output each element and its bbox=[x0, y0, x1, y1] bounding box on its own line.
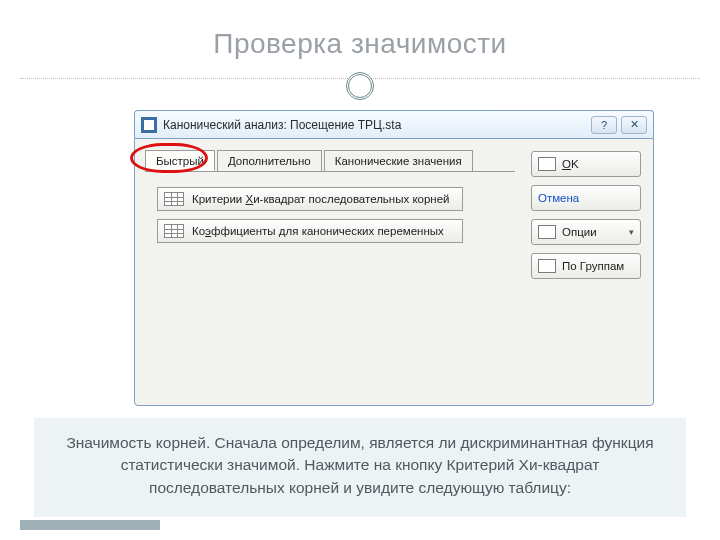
options-icon bbox=[538, 225, 556, 239]
caption-text: Значимость корней. Сначала определим, яв… bbox=[66, 434, 653, 496]
tab-advanced[interactable]: Дополнительно bbox=[217, 150, 322, 171]
app-icon bbox=[141, 117, 157, 133]
close-button[interactable]: ✕ bbox=[621, 116, 647, 134]
groups-icon bbox=[538, 259, 556, 273]
tab-strip: Быстрый Дополнительно Канонические значе… bbox=[145, 149, 475, 170]
tab-underline bbox=[145, 171, 515, 172]
summary-icon bbox=[538, 157, 556, 171]
tab-canonical-values[interactable]: Канонические значения bbox=[324, 150, 473, 171]
cancel-button[interactable]: Отмена bbox=[531, 185, 641, 211]
chi-label-suffix: и-квадрат последовательных корней bbox=[253, 193, 449, 205]
titlebar: Канонический анализ: Посещение ТРЦ.sta ?… bbox=[134, 110, 654, 138]
slide-title: Проверка значимости bbox=[0, 0, 720, 60]
decorative-ring bbox=[346, 72, 374, 100]
coef-label-suffix: ффициенты для канонических переменных bbox=[211, 225, 444, 237]
ok-button[interactable]: OK bbox=[531, 151, 641, 177]
chevron-down-icon: ▾ bbox=[629, 227, 634, 237]
help-button[interactable]: ? bbox=[591, 116, 617, 134]
grid-icon bbox=[164, 192, 184, 206]
chi-label-prefix: Критерии bbox=[192, 193, 246, 205]
grid-icon bbox=[164, 224, 184, 238]
by-groups-label: По Группам bbox=[562, 260, 624, 272]
ok-hotkey: O bbox=[562, 158, 571, 170]
right-button-column: OK Отмена Опции ▾ По Группам bbox=[531, 151, 641, 279]
tab-quick[interactable]: Быстрый bbox=[145, 150, 215, 171]
ok-suffix: K bbox=[571, 158, 579, 170]
window-title: Канонический анализ: Посещение ТРЦ.sta bbox=[163, 118, 401, 132]
caption-box: Значимость корней. Сначала определим, яв… bbox=[34, 418, 686, 517]
footer-accent-bar bbox=[20, 520, 160, 530]
cancel-label: Отмена bbox=[538, 192, 579, 204]
options-button[interactable]: Опции ▾ bbox=[531, 219, 641, 245]
coef-label-prefix: Ко bbox=[192, 225, 205, 237]
options-label: Опции bbox=[562, 226, 597, 238]
dialog-body: Быстрый Дополнительно Канонические значе… bbox=[134, 138, 654, 406]
by-groups-button[interactable]: По Группам bbox=[531, 253, 641, 279]
dialog-window: Канонический анализ: Посещение ТРЦ.sta ?… bbox=[134, 110, 654, 406]
chi-square-button[interactable]: Критерии Хи-квадрат последовательных кор… bbox=[157, 187, 463, 211]
coefficients-button[interactable]: Коэффициенты для канонических переменных bbox=[157, 219, 463, 243]
